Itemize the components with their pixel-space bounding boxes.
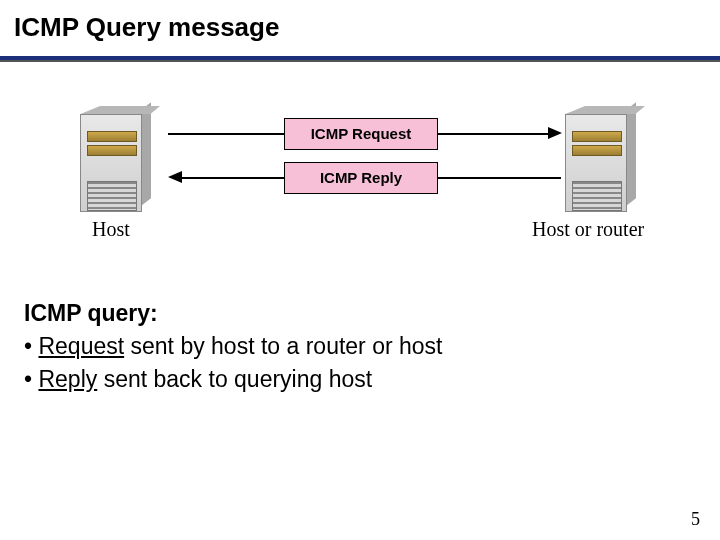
request-arrow-line-left — [168, 133, 284, 135]
body-text: ICMP query: • Request sent by host to a … — [24, 298, 684, 395]
bullet-2-keyword: Reply — [38, 366, 97, 392]
right-host-label: Host or router — [532, 218, 644, 241]
icmp-reply-box: ICMP Reply — [284, 162, 438, 194]
icmp-diagram: Host Host or router ICMP Request ICMP Re… — [40, 106, 680, 276]
server-right-icon — [565, 106, 639, 210]
reply-arrow-head-icon — [168, 171, 182, 183]
server-left-icon — [80, 106, 154, 210]
title-rule-shadow — [0, 60, 720, 62]
bullet-2-prefix: • — [24, 366, 38, 392]
page-number: 5 — [691, 509, 700, 530]
bullet-2-rest: sent back to querying host — [97, 366, 372, 392]
request-arrow-line-right — [437, 133, 549, 135]
icmp-request-box: ICMP Request — [284, 118, 438, 150]
bullet-1-keyword: Request — [38, 333, 124, 359]
bullet-reply: • Reply sent back to querying host — [24, 364, 684, 395]
slide-title: ICMP Query message — [14, 12, 279, 43]
request-arrow-head-icon — [548, 127, 562, 139]
left-host-label: Host — [92, 218, 130, 241]
reply-arrow-line-left — [182, 177, 284, 179]
bullet-1-prefix: • — [24, 333, 38, 359]
bullet-1-rest: sent by host to a router or host — [124, 333, 442, 359]
body-heading: ICMP query: — [24, 298, 684, 329]
reply-arrow-line-right — [437, 177, 561, 179]
bullet-request: • Request sent by host to a router or ho… — [24, 331, 684, 362]
